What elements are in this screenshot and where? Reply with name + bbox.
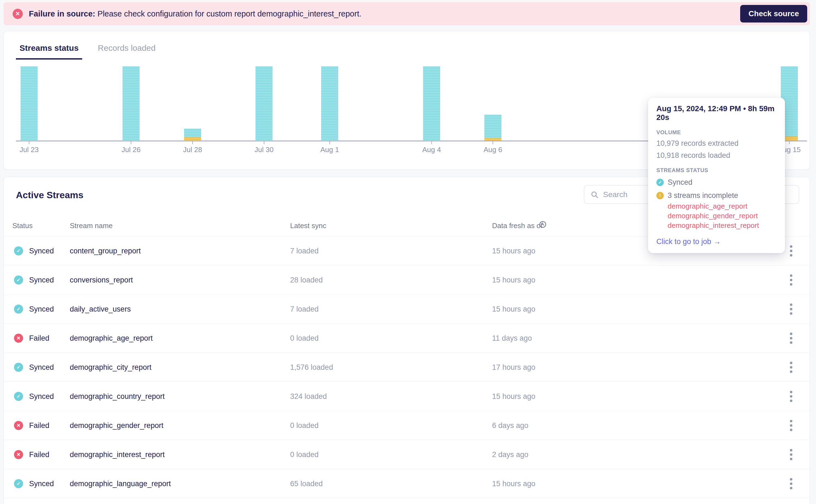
axis-tick-label: Jul 28 — [183, 145, 202, 154]
status-label: Failed — [29, 421, 49, 430]
error-banner: ✕ Failure in source: Please check config… — [4, 2, 810, 25]
status-failed-icon: ✕ — [14, 421, 23, 430]
bar-segment-incomplete — [184, 137, 201, 141]
latest-sync-value: 28 loaded — [290, 276, 323, 284]
tooltip-streams-caption: STREAMS STATUS — [657, 167, 777, 173]
stream-name: content_group_report — [70, 247, 141, 255]
latest-sync-value: 0 loaded — [290, 334, 319, 342]
row-menu-button[interactable] — [784, 360, 798, 374]
data-fresh-value: 2 days ago — [492, 450, 528, 459]
tooltip-synced-label: Synced — [668, 178, 692, 187]
stream-name: demographic_interest_report — [70, 450, 164, 459]
table-row-conversions_report[interactable]: ✓Syncedconversions_report28 loaded15 hou… — [4, 265, 810, 295]
data-fresh-value: 15 hours ago — [492, 276, 535, 284]
axis-tick — [192, 141, 193, 144]
status-label: Synced — [29, 305, 54, 313]
latest-sync-value: 65 loaded — [290, 479, 323, 488]
row-menu-button[interactable] — [784, 302, 798, 316]
bar-segment-synced — [21, 66, 38, 141]
status-synced-icon: ✓ — [14, 392, 23, 401]
axis-tick — [29, 141, 29, 144]
stream-name: conversions_report — [70, 276, 133, 284]
axis-tick — [131, 141, 131, 144]
chart-bar-aug-4[interactable] — [423, 66, 440, 141]
status-failed-icon: ✕ — [14, 334, 23, 343]
axis-tick-label: Aug 6 — [483, 145, 502, 154]
row-menu-button[interactable] — [784, 418, 798, 433]
incomplete-stream-links: demographic_age_reportdemographic_gender… — [668, 201, 777, 230]
stream-name: demographic_gender_report — [70, 421, 163, 430]
tooltip-records-loaded: 10,918 records loaded — [657, 151, 777, 160]
chart-bar-aug-6[interactable] — [484, 115, 501, 141]
status-label: Synced — [29, 479, 54, 488]
table-row-demographic_language_report[interactable]: ✓Synceddemographic_language_report65 loa… — [4, 469, 810, 498]
latest-sync-value: 324 loaded — [290, 392, 327, 401]
axis-tick-label: Aug 1 — [320, 145, 339, 154]
chart-bar-jul-26[interactable] — [122, 66, 139, 141]
warning-icon: ! — [657, 192, 664, 199]
col-header-status: Status — [12, 222, 33, 230]
row-menu-button[interactable] — [784, 331, 798, 345]
table-row-demographic_gender_report[interactable]: ✕Faileddemographic_gender_report0 loaded… — [4, 411, 810, 440]
chart-bar-aug-1[interactable] — [321, 66, 338, 141]
status-synced-icon: ✓ — [14, 304, 23, 313]
table-row-demographic_interest_report[interactable]: ✕Faileddemographic_interest_report0 load… — [4, 440, 810, 469]
latest-sync-value: 0 loaded — [290, 450, 319, 459]
row-menu-button[interactable] — [784, 389, 798, 404]
bar-segment-synced — [484, 115, 501, 138]
axis-tick — [431, 141, 432, 144]
error-message-title: Failure in source: — [29, 9, 95, 18]
latest-sync-value: 1,576 loaded — [290, 363, 333, 371]
axis-tick-label: Jul 26 — [121, 145, 140, 154]
status-label: Synced — [29, 276, 54, 284]
tab-streams-status[interactable]: Streams status — [16, 43, 82, 60]
stream-name: daily_active_users — [70, 305, 131, 313]
bar-segment-synced — [184, 129, 201, 137]
table-row-demographic_age_report[interactable]: ✕Faileddemographic_age_report0 loaded11 … — [4, 324, 810, 353]
axis-tick — [789, 141, 790, 144]
bar-segment-incomplete — [484, 138, 501, 141]
tooltip-records-extracted: 10,979 records extracted — [657, 139, 777, 148]
data-fresh-value: 11 days ago — [492, 334, 532, 342]
bar-segment-synced — [122, 66, 139, 141]
col-header-data-fresh: Data fresh as of — [492, 222, 543, 230]
check-source-button[interactable]: Check source — [740, 5, 807, 23]
col-header-stream-name: Stream name — [70, 222, 113, 230]
axis-tick-label: Jul 23 — [19, 145, 38, 154]
row-menu-button[interactable] — [784, 243, 798, 258]
incomplete-stream-link[interactable]: demographic_gender_report — [668, 211, 777, 221]
chart-bar-jul-30[interactable] — [256, 66, 273, 141]
row-menu-button[interactable] — [784, 273, 798, 287]
data-fresh-value: 17 hours ago — [492, 363, 535, 371]
go-to-job-link[interactable]: Click to go to job → — [657, 237, 721, 246]
axis-tick — [264, 141, 264, 144]
data-fresh-value: 15 hours ago — [492, 479, 535, 488]
chart-bar-jul-28[interactable] — [184, 129, 201, 141]
chart-bar-jul-23[interactable] — [21, 66, 38, 141]
status-label: Synced — [29, 363, 54, 371]
tab-records-loaded[interactable]: Records loaded — [94, 43, 159, 60]
table-row-daily_active_users[interactable]: ✓Synceddaily_active_users7 loaded15 hour… — [4, 295, 810, 324]
row-menu-button[interactable] — [784, 447, 798, 462]
latest-sync-value: 7 loaded — [290, 305, 319, 313]
axis-tick-label: Aug 4 — [422, 145, 441, 154]
status-synced-icon: ✓ — [14, 479, 23, 488]
status-label: Failed — [29, 450, 49, 459]
stream-name: demographic_language_report — [70, 479, 171, 488]
bar-segment-synced — [256, 66, 273, 141]
stream-name: demographic_age_report — [70, 334, 153, 342]
sync-tooltip: Aug 15, 2024, 12:49 PM • 8h 59m 20s VOLU… — [648, 98, 785, 253]
incomplete-stream-link[interactable]: demographic_interest_report — [668, 221, 777, 230]
table-row-demographic_country_report[interactable]: ✓Synceddemographic_country_report324 loa… — [4, 382, 810, 411]
stream-name: demographic_country_report — [70, 392, 164, 401]
bar-segment-synced — [423, 66, 440, 141]
data-fresh-value: 15 hours ago — [492, 247, 535, 255]
incomplete-stream-link[interactable]: demographic_age_report — [668, 201, 777, 211]
synced-check-icon: ✓ — [657, 179, 664, 186]
status-label: Synced — [29, 247, 54, 255]
table-row-demographic_city_report[interactable]: ✓Synceddemographic_city_report1,576 load… — [4, 353, 810, 382]
data-fresh-value: 15 hours ago — [492, 392, 535, 401]
latest-sync-value: 7 loaded — [290, 247, 319, 255]
row-menu-button[interactable] — [784, 476, 798, 491]
tooltip-incomplete-label: 3 streams incomplete — [668, 191, 738, 200]
